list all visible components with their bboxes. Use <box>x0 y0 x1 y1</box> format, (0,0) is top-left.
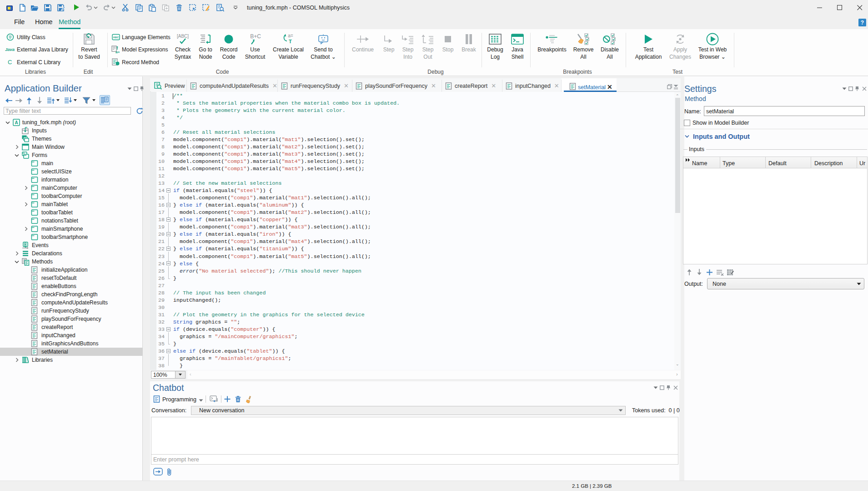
svg-text:C: C <box>8 59 12 66</box>
svg-text:T: T <box>289 39 292 44</box>
svg-text:ABC: ABC <box>113 36 120 39</box>
svg-text:?: ? <box>861 20 864 26</box>
svg-text:B+C: B+C <box>250 33 261 40</box>
svg-text:a=: a= <box>288 33 293 38</box>
svg-text:A: A <box>15 120 18 125</box>
svg-text:Java: Java <box>5 47 15 52</box>
svg-text:a=: a= <box>115 50 120 54</box>
